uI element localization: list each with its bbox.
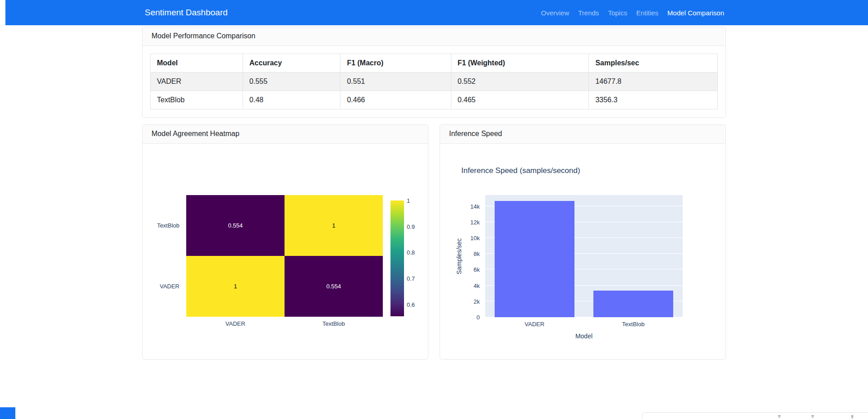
navbar: Sentiment Dashboard Overview Trends Topi… [5, 0, 868, 25]
performance-card-body: Model Accuracy F1 (Macro) F1 (Weighted) … [142, 46, 726, 117]
table-cell: 0.466 [340, 91, 451, 109]
bar-chart: Inference Speed (samples/second) Samples… [440, 144, 726, 360]
bar-band [485, 195, 584, 317]
table-header-row: Model Accuracy F1 (Macro) F1 (Weighted) … [151, 54, 718, 73]
heatmap-y-label: VADER [142, 256, 183, 317]
y-tick-label: 4k [473, 282, 480, 289]
heatmap-grid[interactable]: 0.554110.554 [186, 195, 383, 317]
table-cell: VADER [151, 73, 243, 91]
partial-panel-glyph[interactable]: = [778, 414, 781, 419]
app-title[interactable]: Sentiment Dashboard [145, 8, 228, 18]
y-tick-label: 14k [470, 203, 480, 210]
y-tick-label: 6k [473, 266, 480, 273]
column-header-f1-macro: F1 (Macro) [340, 54, 451, 73]
colorbar-tick-labels: 10.90.80.70.6 [407, 200, 427, 316]
heatmap-cell[interactable]: 0.554 [285, 256, 383, 317]
heatmap-colorbar [390, 200, 404, 316]
table-cell: TextBlob [151, 91, 243, 109]
charts-row: Model Agreement Heatmap TextBlobVADER 0.… [142, 124, 726, 360]
partial-panel: = = ± [642, 412, 868, 419]
nav-item-trends[interactable]: Trends [574, 9, 603, 17]
heatmap-cell[interactable]: 1 [285, 195, 383, 256]
x-tick-label: VADER [485, 321, 584, 328]
table-cell: 14677.8 [589, 73, 718, 91]
main-container: Model Performance Comparison Model Accur… [142, 27, 726, 360]
performance-card: Model Performance Comparison Model Accur… [142, 27, 726, 118]
bar-textblob[interactable] [593, 291, 673, 317]
table-row-vader: VADER 0.555 0.551 0.552 14677.8 [151, 73, 718, 91]
column-header-accuracy: Accuracy [243, 54, 340, 73]
y-tick-label: 10k [470, 235, 480, 241]
heatmap-x-axis-labels: VADERTextBlob [186, 320, 383, 327]
y-tick-label: 2k [473, 298, 480, 305]
performance-table: Model Accuracy F1 (Macro) F1 (Weighted) … [150, 54, 718, 109]
chart-title: Inference Speed (samples/second) [461, 166, 580, 175]
column-header-samples-sec: Samples/sec [589, 54, 718, 73]
nav-item-topics[interactable]: Topics [603, 9, 632, 17]
inference-speed-card-title: Inference Speed [440, 125, 726, 144]
nav-item-entities[interactable]: Entities [632, 9, 663, 17]
colorbar-tick-label: 0.7 [407, 275, 415, 282]
x-axis-title: Model [485, 332, 683, 340]
heatmap-x-label: TextBlob [285, 320, 383, 327]
heatmap-cell[interactable]: 0.554 [186, 195, 285, 256]
nav-item-overview[interactable]: Overview [537, 9, 574, 17]
column-header-f1-weighted: F1 (Weighted) [451, 54, 589, 73]
table-cell: 3356.3 [589, 91, 718, 109]
heatmap-card-title: Model Agreement Heatmap [142, 125, 428, 144]
column-header-model: Model [151, 54, 243, 73]
heatmap-cell[interactable]: 1 [186, 256, 285, 317]
colorbar-tick-label: 0.9 [407, 223, 415, 230]
heatmap-y-label: TextBlob [142, 195, 183, 256]
table-cell: 0.552 [451, 73, 589, 91]
bar-vader[interactable] [495, 201, 574, 317]
y-tick-label: 8k [473, 250, 480, 257]
y-tick-label: 0 [477, 314, 480, 321]
corner-artifact [0, 407, 15, 419]
inference-speed-card: Inference Speed Inference Speed (samples… [440, 124, 726, 360]
bars-layer [485, 195, 683, 317]
table-cell: 0.465 [451, 91, 589, 109]
table-cell: 0.555 [243, 73, 340, 91]
x-axis-tick-labels: VADERTextBlob [485, 321, 683, 328]
heatmap-chart: TextBlobVADER 0.554110.554 VADERTextBlob… [142, 144, 428, 360]
table-cell: 0.48 [243, 91, 340, 109]
colorbar-tick-label: 0.6 [407, 301, 415, 308]
colorbar-tick-label: 1 [407, 197, 410, 204]
bar-band [584, 195, 683, 317]
navbar-links: Overview Trends Topics Entities Model Co… [537, 9, 729, 17]
performance-card-title: Model Performance Comparison [142, 27, 726, 46]
colorbar-tick-label: 0.8 [407, 249, 415, 256]
y-axis-tick-labels: 02k4k6k8k10k12k14k [440, 195, 482, 317]
heatmap-card: Model Agreement Heatmap TextBlobVADER 0.… [142, 124, 428, 360]
partial-panel-glyph[interactable]: = [811, 414, 814, 419]
nav-item-model-comparison[interactable]: Model Comparison [663, 9, 729, 17]
y-tick-label: 12k [470, 219, 480, 225]
table-row-textblob: TextBlob 0.48 0.466 0.465 3356.3 [151, 91, 718, 109]
bar-plot-area[interactable] [485, 195, 683, 317]
navbar-container: Sentiment Dashboard Overview Trends Topi… [145, 8, 729, 18]
x-tick-label: TextBlob [584, 321, 683, 328]
heatmap-y-axis-labels: TextBlobVADER [142, 195, 183, 317]
heatmap-x-label: VADER [186, 320, 285, 327]
table-cell: 0.551 [340, 73, 451, 91]
partial-panel-glyph[interactable]: ± [851, 414, 854, 419]
page-content: Model Performance Comparison Model Accur… [0, 25, 868, 360]
